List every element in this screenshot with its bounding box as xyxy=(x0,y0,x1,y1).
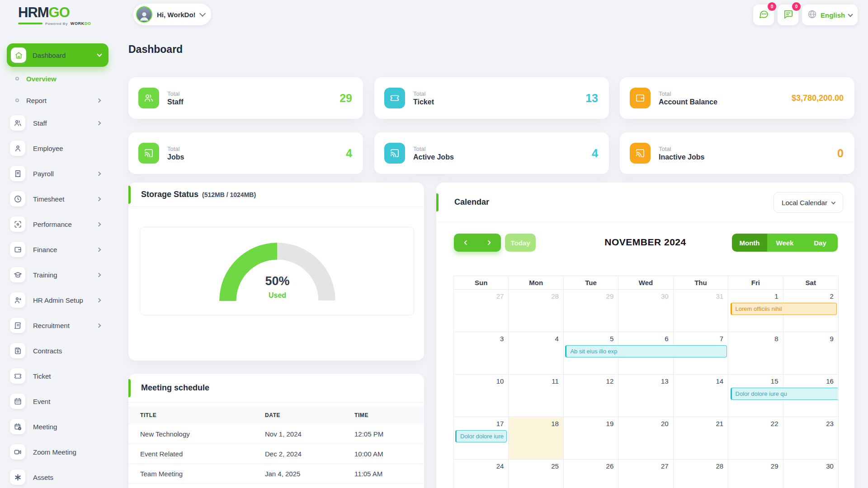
recruitment-icon xyxy=(10,318,25,333)
calendar-day-header-row: SunMonTueWedThuFriSat xyxy=(454,276,838,290)
meeting-title-cell: Team Meeting xyxy=(128,470,265,478)
sidebar-item-payroll[interactable]: Payroll xyxy=(0,166,113,181)
meeting-row: Team MeetingJan 4, 202511:05 AM xyxy=(128,464,424,484)
sidebar-item-finance[interactable]: Finance xyxy=(0,242,113,257)
storage-status-card: Storage Status (512MB / 1024MB) 50% Used xyxy=(128,183,424,361)
day-header-mon: Mon xyxy=(509,276,563,290)
calendar-day-cell[interactable]: 28 xyxy=(509,290,563,332)
calendar-day-cell[interactable]: 27 xyxy=(618,460,673,488)
calendar-day-cell[interactable]: 19 xyxy=(564,417,618,460)
stat-card-label: Active Jobs xyxy=(413,153,454,161)
calendar-event[interactable]: Dolor dolore iure xyxy=(455,430,507,442)
calendar-day-cell[interactable]: 30 xyxy=(618,290,673,332)
sidebar-item-performance[interactable]: Performance xyxy=(0,216,113,232)
calendar-day-cell[interactable]: 29 xyxy=(564,290,618,332)
calendar-event[interactable]: Ab sit eius illo exp xyxy=(565,345,726,357)
storage-card-header: Storage Status (512MB / 1024MB) xyxy=(128,183,424,207)
calendar-day-cell[interactable]: 28 xyxy=(674,460,728,488)
sidebar-item-assets[interactable]: Assets xyxy=(0,469,113,485)
stat-card-text: TotalStaff xyxy=(167,90,184,106)
sidebar-item-label: HR Admin Setup xyxy=(33,296,83,304)
notifications-button[interactable]: 0 xyxy=(778,5,798,25)
sidebar-item-hr-admin-setup[interactable]: HR Admin Setup xyxy=(0,292,113,308)
calendar-day-cell[interactable]: 18 xyxy=(509,417,563,460)
calendar-day-cell[interactable]: 12 xyxy=(564,375,618,417)
meeting-date-cell: Dec 2, 2024 xyxy=(265,450,354,458)
calendar-day-cell[interactable]: 8 xyxy=(728,332,783,375)
view-button-day[interactable]: Day xyxy=(802,234,838,252)
hrmgo-dashboard: HRMGO Powered By WORKDO Hi, WorkDo! 0 0 … xyxy=(0,0,868,488)
calendar-source-select[interactable]: Local Calendar xyxy=(774,192,843,213)
meeting-row: New TechnologyNov 1, 202412:05 PM xyxy=(128,424,424,444)
chevron-down-icon xyxy=(97,52,102,56)
sidebar-item-timesheet[interactable]: Timesheet xyxy=(0,191,113,206)
stat-card-value: 4 xyxy=(592,147,598,160)
sidebar-item-dashboard[interactable]: Dashboard xyxy=(7,43,108,67)
day-header-fri: Fri xyxy=(728,276,783,290)
day-header-sat: Sat xyxy=(783,276,838,290)
calendar-day-cell[interactable]: 23 xyxy=(783,417,838,460)
view-button-month[interactable]: Month xyxy=(732,234,767,252)
sidebar-item-label: Zoom Meeting xyxy=(33,448,76,456)
calendar-day-cell[interactable]: 22 xyxy=(728,417,783,460)
stat-card-label: Jobs xyxy=(167,153,184,161)
sidebar-item-staff[interactable]: Staff xyxy=(0,115,113,131)
sidebar-item-label: Meeting xyxy=(33,423,57,431)
hr-admin-icon xyxy=(10,292,25,308)
sidebar-item-label: Finance xyxy=(33,246,57,253)
sidebar-item-report[interactable]: Report xyxy=(0,96,113,105)
calendar-day-cell[interactable]: 31 xyxy=(674,290,728,332)
stat-card-text: TotalAccount Balance xyxy=(659,90,717,106)
sidebar-item-event[interactable]: Event xyxy=(0,394,113,409)
meeting-time-cell: 10:00 AM xyxy=(354,450,424,458)
calendar-event[interactable]: Dolor dolore iure qu xyxy=(731,388,838,400)
user-menu[interactable]: Hi, WorkDo! xyxy=(133,4,211,25)
calendar-day-cell[interactable]: 29 xyxy=(728,460,783,488)
meeting-time-cell: 11:05 AM xyxy=(354,470,424,478)
sidebar: DashboardOverviewReportStaffEmployeePayr… xyxy=(0,0,113,488)
event-icon xyxy=(10,394,25,409)
calendar-card: Calendar Local Calendar Today NOVEMBER 2… xyxy=(436,183,854,488)
accent-bar xyxy=(128,379,131,397)
calendar-day-cell[interactable]: 26 xyxy=(564,460,618,488)
language-selector[interactable]: English xyxy=(802,5,858,25)
sidebar-item-contracts[interactable]: Contracts xyxy=(0,343,113,358)
sidebar-item-label: Dashboard xyxy=(33,52,91,59)
stat-card-label: Ticket xyxy=(413,98,434,106)
calendar-day-cell[interactable]: 24 xyxy=(454,460,509,488)
meeting-row: Event RelatedDec 2, 202410:00 AM xyxy=(128,444,424,464)
calendar-day-cell[interactable]: 9 xyxy=(783,332,838,375)
messenger-button[interactable]: 0 xyxy=(753,5,774,25)
calendar-day-cell[interactable]: 20 xyxy=(618,417,673,460)
stat-card-value: 0 xyxy=(837,147,844,160)
globe-icon xyxy=(807,9,817,21)
chevron-down-icon xyxy=(831,200,836,204)
meeting-icon xyxy=(10,419,25,434)
meeting-card-header: Meeting schedule xyxy=(128,374,424,403)
calendar-day-cell[interactable]: 4 xyxy=(509,332,563,375)
sidebar-item-recruitment[interactable]: Recruitment xyxy=(0,318,113,333)
calendar-day-cell[interactable]: 30 xyxy=(783,460,838,488)
calendar-day-cell[interactable]: 21 xyxy=(674,417,728,460)
sidebar-item-meeting[interactable]: Meeting xyxy=(0,419,113,434)
calendar-day-cell[interactable]: 10 xyxy=(454,375,509,417)
calendar-event[interactable]: Lorem officiis nihil xyxy=(731,303,837,315)
chevron-down-icon xyxy=(848,12,853,17)
sidebar-item-employee[interactable]: Employee xyxy=(0,141,113,156)
calendar-day-cell[interactable]: 27 xyxy=(454,290,509,332)
calendar-day-cell[interactable]: 13 xyxy=(618,375,673,417)
sidebar-item-training[interactable]: Training xyxy=(0,267,113,282)
calendar-day-cell[interactable]: 14 xyxy=(674,375,728,417)
calendar-day-cell[interactable]: 11 xyxy=(509,375,563,417)
calendar-day-cell[interactable]: 25 xyxy=(509,460,563,488)
sidebar-item-label: Payroll xyxy=(33,170,54,178)
sidebar-item-zoom-meeting[interactable]: Zoom Meeting xyxy=(0,444,113,460)
stat-card-label: Account Balance xyxy=(659,98,717,106)
timesheet-icon xyxy=(10,191,25,206)
sidebar-item-overview[interactable]: Overview xyxy=(0,74,113,83)
sidebar-item-ticket[interactable]: Ticket xyxy=(0,368,113,384)
sidebar-item-label: Report xyxy=(26,97,47,104)
calendar-day-cell[interactable]: 3 xyxy=(454,332,509,375)
calendar-view-switcher: MonthWeekDay xyxy=(732,234,838,252)
view-button-week[interactable]: Week xyxy=(767,234,802,252)
